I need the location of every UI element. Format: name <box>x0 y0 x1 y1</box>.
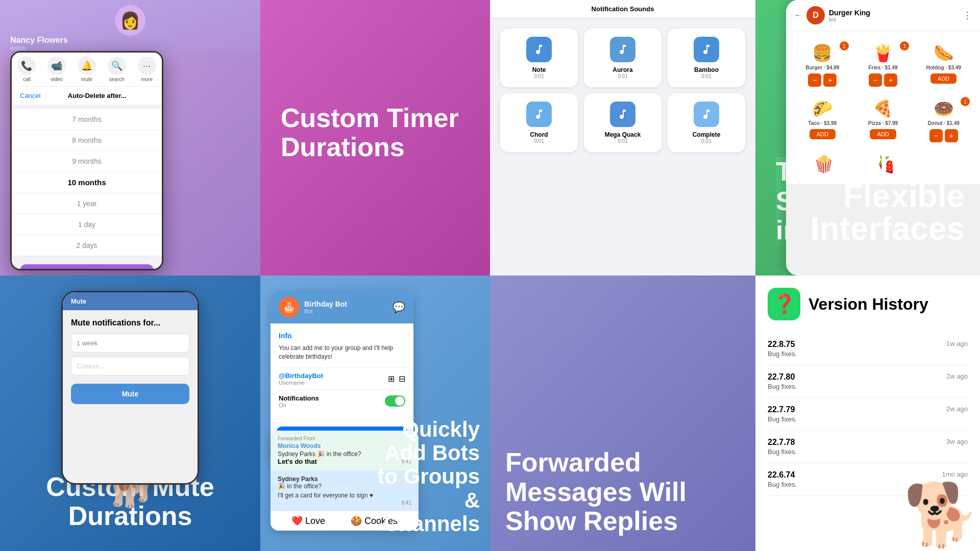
sound-files-header: Notification Sounds <box>490 0 755 18</box>
ad-header: Cancel Auto-Delete after... <box>12 87 162 105</box>
panel-auto-delete: 👩 Nancy Flowers online 📞 call 📹 video <box>0 0 260 276</box>
bot-description: You can add me to your group and I'll he… <box>279 344 405 361</box>
scroll-7mo[interactable]: 7 months <box>12 109 162 130</box>
nancy-name-text: Nancy Flowers <box>10 36 68 45</box>
mute-phone: Mute Mute notifications for... 1 week Cu… <box>61 291 199 485</box>
taco-name: Taco · $3.99 <box>798 120 847 126</box>
version-time-0: 1w ago <box>946 340 968 347</box>
version-notes-2: Bug fixes. <box>768 415 968 423</box>
sound-chord[interactable]: Chord 0:01 <box>500 93 578 152</box>
video-btn[interactable]: 📹 video <box>47 57 66 82</box>
scroll-8mo[interactable]: 8 months <box>12 130 162 151</box>
bk-item-hotdog[interactable]: 🌭 Hotdog · $3.49 ADD <box>915 39 972 91</box>
burger-plus[interactable]: + <box>823 73 837 87</box>
sound-chord-name: Chord <box>506 131 572 138</box>
inf-flex-text: Infinitely Flexible Interfaces <box>755 147 965 245</box>
sound-aurora[interactable]: Aurora 0:01 <box>584 29 662 87</box>
version-num-2: 22.7.79 <box>768 405 795 414</box>
call-bar: 📞 call 📹 video 🔔 mute 🔍 search <box>12 53 162 87</box>
donut-minus[interactable]: − <box>929 129 943 142</box>
bot-notifications-field: Notifications On <box>279 390 405 412</box>
bk-menu-icon[interactable]: ⋮ <box>963 10 972 21</box>
sound-complete-dur: 0:01 <box>674 138 739 144</box>
mute-time-input[interactable]: 1 week <box>71 334 189 353</box>
bot-share-icon[interactable]: ⊟ <box>399 374 405 384</box>
donut-plus[interactable]: + <box>945 129 958 142</box>
nancy-status: online <box>10 45 68 51</box>
bk-item-fries[interactable]: 1 🍟 Fries · $1.49 − + <box>855 39 912 91</box>
bot-message-icon[interactable]: 💬 <box>393 301 405 313</box>
set-auto-delete-btn[interactable]: Set Auto-Delete <box>20 264 154 270</box>
sound-note-name: Note <box>506 66 572 73</box>
donut-badge: 1 <box>961 97 970 106</box>
version-num-0: 22.8.75 <box>768 340 795 349</box>
hotdog-add[interactable]: ADD <box>930 73 957 84</box>
bots-big-text: Quickly Add Bots to Groups & Channels <box>368 418 480 536</box>
bk-item-burger[interactable]: 1 🍔 Burger · $4.99 − + <box>794 39 851 91</box>
bk-header: ← D Durger King bot ⋮ <box>786 0 980 31</box>
version-item-0: 22.8.75 1w ago Bug fixes. <box>768 333 968 365</box>
bk-item-taco[interactable]: 🌮 Taco · $3.99 ADD <box>794 95 851 146</box>
megaquack-icon <box>610 102 635 127</box>
scroll-9mo[interactable]: 9 months <box>12 151 162 172</box>
sound-aurora-name: Aurora <box>590 66 655 73</box>
scroll-10mo[interactable]: 10 months <box>12 172 162 193</box>
version-row-0: 22.8.75 1w ago <box>768 340 968 349</box>
bk-item-donut[interactable]: 1 🍩 Donut · $1.49 − + <box>915 95 972 146</box>
pizza-add[interactable]: ADD <box>870 129 896 139</box>
fwd-emoji-love[interactable]: ❤️ Love <box>291 515 325 527</box>
donut-qty: − + <box>919 129 968 142</box>
complete-icon <box>694 102 719 127</box>
version-num-3: 22.7.78 <box>768 438 795 447</box>
scroll-2day[interactable]: 2 days <box>12 235 162 256</box>
fries-plus[interactable]: + <box>884 73 897 87</box>
version-row-2: 22.7.79 2w ago <box>768 405 968 414</box>
taco-add[interactable]: ADD <box>810 129 836 139</box>
version-row-1: 22.7.80 2w ago <box>768 372 968 382</box>
fries-minus[interactable]: − <box>869 73 882 87</box>
panel-version-history: ❓ Version History 22.8.75 1w ago Bug fix… <box>755 276 980 551</box>
bk-sub: bot <box>829 17 870 22</box>
version-num-4: 22.6.74 <box>768 470 795 480</box>
bot-username-sub: Username <box>279 380 323 386</box>
sound-chord-dur: 0:01 <box>506 138 572 144</box>
more-btn[interactable]: ··· more <box>138 57 156 82</box>
bk-name: Durger King <box>829 9 870 17</box>
nancy-name: Nancy Flowers online <box>10 36 68 51</box>
panel-bots: 🎂 Birthday Bot Bot 💬 Info You can add me… <box>260 276 490 551</box>
version-header: ❓ Version History <box>768 288 968 320</box>
bk-back-arrow[interactable]: ← <box>794 11 802 20</box>
sound-note-dur: 0:01 <box>506 73 572 79</box>
sound-complete[interactable]: Complete 0:01 <box>668 93 745 152</box>
bot-info-label: Info <box>279 332 405 340</box>
burger-minus[interactable]: − <box>808 73 821 87</box>
call-btn[interactable]: 📞 call <box>17 57 36 82</box>
sound-note[interactable]: Note 0:01 <box>500 29 578 87</box>
bot-copy-icon[interactable]: ⊞ <box>388 374 395 384</box>
bot-notifications-toggle[interactable] <box>385 395 405 407</box>
fwd-reply-text: Let's do that <box>278 458 317 465</box>
version-time-1: 2w ago <box>946 372 968 380</box>
bk-item-pizza[interactable]: 🍕 Pizza · $7.99 ADD <box>855 95 912 146</box>
scroll-1day[interactable]: 1 day <box>12 214 162 235</box>
mute-custom-input[interactable]: Custom... <box>71 357 189 375</box>
panel-custom-timer: Custom Timer Durations <box>260 0 490 276</box>
ad-title: Auto-Delete after... <box>68 92 127 99</box>
scroll-1yr[interactable]: 1 year <box>12 193 162 214</box>
search-btn[interactable]: 🔍 search <box>108 57 126 82</box>
taco-emoji: 🌮 <box>798 99 847 118</box>
fries-badge: 1 <box>900 41 909 51</box>
custom-timer-heading: Custom Timer Durations <box>281 104 470 162</box>
sound-bamboo[interactable]: Bamboo 0:01 <box>668 29 745 87</box>
panel-mute-durations: Mute Mute notifications for... 1 week Cu… <box>0 276 260 551</box>
main-grid: 👩 Nancy Flowers online 📞 call 📹 video <box>0 0 980 551</box>
mute-btn[interactable]: 🔔 mute <box>78 57 96 82</box>
note-icon <box>526 37 552 62</box>
cancel-btn[interactable]: Cancel <box>20 92 40 99</box>
scroll-list: 7 months 8 months 9 months 10 months 1 y… <box>12 109 162 256</box>
mute-confirm-btn[interactable]: Mute <box>71 384 189 404</box>
sound-megaquack[interactable]: Mega Quack 0:01 <box>584 93 662 152</box>
pizza-name: Pizza · $7.99 <box>859 120 908 126</box>
mute-for-label: Mute notifications for... <box>71 318 189 328</box>
version-item-3: 22.7.78 3w ago Bug fixes. <box>768 431 968 463</box>
